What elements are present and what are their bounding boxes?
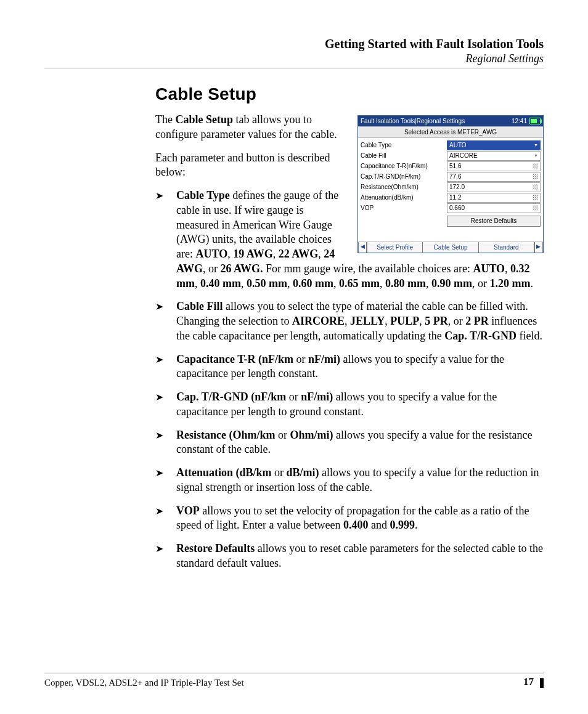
screenshot-dropdown[interactable]: AIRCORE▼ [447,151,541,161]
section-heading: Cable Setup [44,84,544,104]
footer-text: Copper, VDSL2, ADSL2+ and IP Triple-Play… [44,678,244,688]
page: Getting Started with Fault Isolation Too… [0,0,588,714]
list-item-resistance: Resistance (Ohm/km or Ohm/mi) allows you… [155,428,544,458]
screenshot-selected-access: Selected Access is METER_AWG [358,126,543,138]
header-title: Getting Started with Fault Isolation Too… [155,37,544,51]
screenshot-row: Cap.T/R-GND(nF/km)77.6 [361,171,541,182]
list-item-cable-type: Cable Type defines the gauge of the cabl… [155,189,544,291]
footer-mark-icon [540,678,544,688]
screenshot-dropdown[interactable]: AUTO▼ [447,140,541,150]
page-footer: Copper, VDSL2, ADSL2+ and IP Triple-Play… [44,673,544,688]
screenshot-titlebar: Fault Isolation Tools|Regional Settings … [358,116,543,126]
page-number: 17 [523,676,534,688]
drag-handle-icon [533,163,538,169]
screenshot-numeric-field[interactable]: 77.6 [447,172,541,182]
screenshot-numeric-field[interactable]: 51.6 [447,161,541,171]
screenshot-title-text: Fault Isolation Tools|Regional Settings [361,117,465,125]
chevron-down-icon: ▼ [534,153,538,158]
screenshot-row: Cable FillAIRCORE▼ [361,150,541,161]
list-item-attenuation: Attenuation (dB/km or dB/mi) allows you … [155,466,544,495]
screenshot-row-label: Cable Fill [361,152,447,160]
screenshot-field-value: 77.6 [449,172,461,181]
chevron-down-icon: ▼ [534,142,538,148]
intro-with-screenshot: Fault Isolation Tools|Regional Settings … [155,113,544,580]
screenshot-row-label: Capacitance T-R(nF/km) [361,162,447,170]
list-item-cap-tr-gnd: Cap. T/R-GND (nF/km or nF/mi) allows you… [155,390,544,420]
header-subtitle: Regional Settings [155,52,544,65]
list-item-restore-defaults: Restore Defaults allows you to reset cab… [155,542,544,571]
parameter-list: Cable Type defines the gauge of the cabl… [155,189,544,571]
battery-icon [529,118,541,124]
drag-handle-icon [533,174,538,179]
screenshot-row-label: Cable Type [361,141,447,149]
page-header: Getting Started with Fault Isolation Too… [44,37,544,68]
screenshot-row: Cable TypeAUTO▼ [361,140,541,150]
list-item-capacitance-tr: Capacitance T-R (nF/km or nF/mi) allows … [155,352,544,382]
screenshot-row: Capacitance T-R(nF/km)51.6 [361,161,541,171]
list-item-vop: VOP allows you to set the velocity of pr… [155,504,544,533]
screenshot-field-value: 51.6 [449,162,461,170]
screenshot-clock: 12:41 [512,117,527,125]
list-item-cable-fill: Cable Fill allows you to select the type… [155,299,544,343]
screenshot-field-value: AUTO [449,141,467,149]
body-column: Fault Isolation Tools|Regional Settings … [44,113,544,580]
screenshot-field-value: AIRCORE [449,152,478,160]
screenshot-row-label: Cap.T/R-GND(nF/km) [361,172,447,181]
